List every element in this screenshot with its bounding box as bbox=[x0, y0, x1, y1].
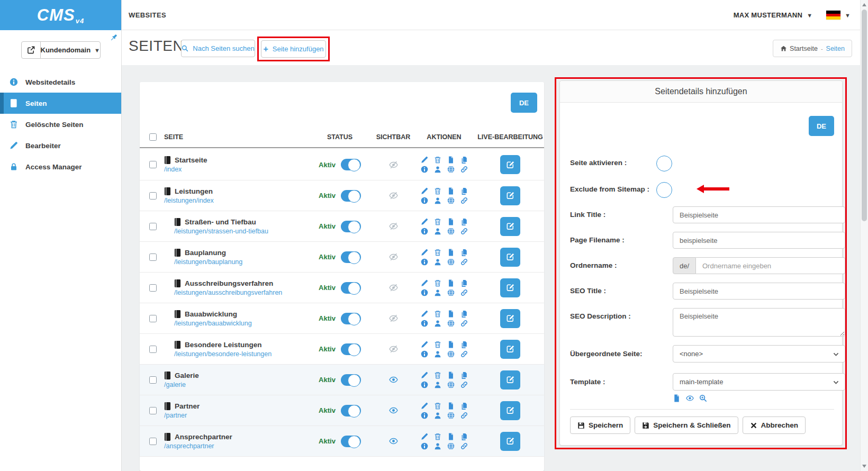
delete-trash-icon[interactable] bbox=[433, 372, 442, 379]
duplicate-copy-icon[interactable] bbox=[460, 156, 468, 164]
info-circle-icon[interactable] bbox=[420, 412, 429, 419]
page-path-link[interactable]: /leistungen/bauplanung bbox=[174, 258, 305, 266]
sidebar-item-websitedetails[interactable]: Websitedetails bbox=[0, 71, 121, 93]
page-file-icon[interactable] bbox=[447, 156, 455, 164]
user-icon[interactable] bbox=[433, 197, 442, 204]
page-file-icon[interactable] bbox=[447, 310, 455, 318]
page-path-link[interactable]: /leistungen/index bbox=[164, 197, 305, 204]
info-circle-icon[interactable] bbox=[420, 350, 429, 358]
page-file-icon[interactable] bbox=[447, 279, 455, 287]
globe-icon[interactable] bbox=[447, 320, 455, 327]
live-edit-button[interactable] bbox=[500, 217, 520, 236]
eye-icon[interactable] bbox=[686, 394, 694, 402]
page-file-icon[interactable] bbox=[447, 249, 455, 256]
select-all-checkbox[interactable] bbox=[149, 133, 157, 141]
edit-pencil-icon[interactable] bbox=[420, 372, 429, 379]
status-toggle[interactable] bbox=[341, 405, 361, 416]
page-path-link[interactable]: /leistungen/bauabwicklung bbox=[174, 320, 305, 327]
link-icon[interactable] bbox=[460, 228, 468, 235]
duplicate-copy-icon[interactable] bbox=[460, 372, 468, 379]
sidebar-item-geloeschte-seiten[interactable]: Gelöschte Seiten bbox=[0, 114, 121, 135]
user-icon[interactable] bbox=[433, 228, 442, 235]
status-toggle[interactable] bbox=[341, 313, 361, 324]
delete-trash-icon[interactable] bbox=[433, 433, 442, 440]
page-file-icon[interactable] bbox=[673, 394, 681, 402]
cancel-button[interactable]: Abbrechen bbox=[743, 416, 806, 434]
add-page-button[interactable]: + Seite hinzufügen bbox=[261, 40, 326, 58]
scrollbar-thumb[interactable] bbox=[862, 10, 867, 221]
link-icon[interactable] bbox=[460, 320, 468, 327]
user-icon[interactable] bbox=[433, 442, 442, 450]
sidebar-item-bearbeiter[interactable]: Bearbeiter bbox=[0, 135, 121, 156]
page-file-icon[interactable] bbox=[447, 433, 455, 440]
info-circle-icon[interactable] bbox=[420, 258, 429, 266]
page-file-icon[interactable] bbox=[447, 341, 455, 348]
live-edit-button[interactable] bbox=[500, 370, 520, 390]
page-path-link[interactable]: /galerie bbox=[164, 381, 305, 388]
info-circle-icon[interactable] bbox=[420, 166, 429, 173]
duplicate-copy-icon[interactable] bbox=[460, 433, 468, 440]
status-toggle[interactable] bbox=[341, 159, 361, 170]
live-edit-button[interactable] bbox=[500, 309, 520, 328]
user-icon[interactable] bbox=[433, 258, 442, 266]
page-path-link[interactable]: /leistungen/ausschreibungsverfahren bbox=[174, 289, 305, 296]
status-toggle[interactable] bbox=[341, 221, 361, 232]
duplicate-copy-icon[interactable] bbox=[460, 249, 468, 256]
delete-trash-icon[interactable] bbox=[433, 279, 442, 287]
page-file-icon[interactable] bbox=[447, 187, 455, 195]
page-file-icon[interactable] bbox=[447, 402, 455, 410]
row-checkbox[interactable] bbox=[149, 438, 157, 445]
page-path-link[interactable]: /partner bbox=[164, 412, 305, 419]
live-edit-button[interactable] bbox=[500, 340, 520, 359]
page-file-icon[interactable] bbox=[447, 372, 455, 379]
duplicate-copy-icon[interactable] bbox=[460, 341, 468, 348]
row-checkbox[interactable] bbox=[149, 376, 157, 384]
globe-icon[interactable] bbox=[447, 166, 455, 173]
pin-icon[interactable] bbox=[110, 33, 118, 42]
info-circle-icon[interactable] bbox=[420, 197, 429, 204]
chevron-down-icon[interactable]: ▼ bbox=[845, 12, 851, 19]
user-icon[interactable] bbox=[433, 320, 442, 327]
info-circle-icon[interactable] bbox=[420, 442, 429, 450]
page-path-link[interactable]: /ansprechpartner bbox=[164, 442, 305, 450]
sidebar-item-seiten[interactable]: Seiten bbox=[0, 93, 121, 114]
user-icon[interactable] bbox=[433, 166, 442, 173]
link-title-input[interactable] bbox=[673, 206, 845, 223]
globe-icon[interactable] bbox=[447, 258, 455, 266]
sidebar-item-access-manager[interactable]: Access Manager bbox=[0, 156, 121, 177]
delete-trash-icon[interactable] bbox=[433, 310, 442, 318]
globe-icon[interactable] bbox=[447, 289, 455, 296]
status-toggle[interactable] bbox=[341, 374, 361, 386]
info-circle-icon[interactable] bbox=[420, 228, 429, 235]
edit-pencil-icon[interactable] bbox=[420, 249, 429, 256]
delete-trash-icon[interactable] bbox=[433, 249, 442, 256]
domain-selector-button[interactable]: Kundendomain▼ bbox=[21, 41, 101, 59]
seo-title-input[interactable] bbox=[673, 283, 845, 300]
zoom-plus-icon[interactable] bbox=[699, 394, 707, 402]
parent-page-select[interactable]: <none> bbox=[673, 345, 845, 363]
edit-pencil-icon[interactable] bbox=[420, 341, 429, 348]
page-path-link[interactable]: /leistungen/besondere-leistungen bbox=[174, 350, 305, 358]
link-icon[interactable] bbox=[460, 258, 468, 266]
link-icon[interactable] bbox=[460, 412, 468, 419]
duplicate-copy-icon[interactable] bbox=[460, 279, 468, 287]
delete-trash-icon[interactable] bbox=[433, 156, 442, 164]
live-edit-button[interactable] bbox=[500, 432, 520, 451]
link-icon[interactable] bbox=[460, 166, 468, 173]
user-icon[interactable] bbox=[433, 381, 442, 388]
duplicate-copy-icon[interactable] bbox=[460, 187, 468, 195]
link-icon[interactable] bbox=[460, 381, 468, 388]
delete-trash-icon[interactable] bbox=[433, 341, 442, 348]
save-button[interactable]: Speichern bbox=[570, 416, 630, 434]
globe-icon[interactable] bbox=[447, 442, 455, 450]
delete-trash-icon[interactable] bbox=[433, 187, 442, 195]
german-flag-icon[interactable] bbox=[826, 11, 840, 20]
seo-description-textarea[interactable]: Beispielseite bbox=[673, 308, 845, 337]
row-checkbox[interactable] bbox=[149, 315, 157, 322]
status-toggle[interactable] bbox=[341, 282, 361, 294]
language-badge-de[interactable]: DE bbox=[511, 93, 537, 113]
status-toggle[interactable] bbox=[341, 343, 361, 355]
page-path-link[interactable]: /index bbox=[164, 166, 305, 173]
breadcrumb-home[interactable]: Startseite bbox=[780, 45, 818, 52]
row-checkbox[interactable] bbox=[149, 346, 157, 353]
